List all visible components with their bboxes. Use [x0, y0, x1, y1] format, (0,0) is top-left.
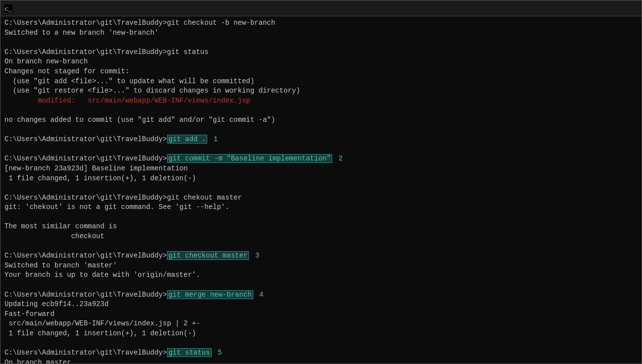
- maximize-button[interactable]: [592, 0, 615, 16]
- terminal-line: Your branch is up to date with 'origin/m…: [4, 270, 638, 280]
- terminal-line: 1 file changed, 1 insertion(+), 1 deleti…: [4, 174, 638, 184]
- app-icon: C_: [4, 4, 12, 12]
- prompt: C:\Users\Administrator\git\TravelBuddy>: [4, 48, 167, 56]
- terminal-line: C:\Users\Administrator\git\TravelBuddy>g…: [4, 290, 638, 300]
- terminal-line: On branch master: [4, 358, 638, 364]
- empty-line: [4, 339, 638, 349]
- terminal-line: C:\Users\Administrator\git\TravelBuddy>g…: [4, 18, 638, 28]
- command-text: git checkout -b new-branch: [167, 19, 275, 27]
- terminal-line: (use "git add <file>..." to update what …: [4, 77, 638, 87]
- terminal-line: C:\Users\Administrator\git\TravelBuddy>g…: [4, 135, 638, 145]
- empty-line: [4, 280, 638, 290]
- terminal-line: checkout: [4, 232, 638, 242]
- prompt: C:\Users\Administrator\git\TravelBuddy>: [4, 155, 167, 162]
- terminal-line: modified: src/main/webapp/WEB-INF/views/…: [4, 96, 638, 106]
- empty-line: [4, 183, 638, 193]
- minimize-button[interactable]: [569, 0, 592, 16]
- command-text: git status: [167, 48, 209, 56]
- title-bar: C_: [0, 0, 642, 16]
- highlighted-command: git checkout master: [167, 251, 249, 260]
- prompt: C:\Users\Administrator\git\TravelBuddy>: [4, 194, 167, 202]
- window-controls: [569, 0, 638, 16]
- highlighted-command: git merge new-branch: [167, 290, 253, 299]
- prompt: C:\Users\Administrator\git\TravelBuddy>: [4, 349, 167, 357]
- step-badge: 4: [255, 291, 264, 299]
- terminal-line: C:\Users\Administrator\git\TravelBuddy>g…: [4, 154, 638, 164]
- terminal-line: C:\Users\Administrator\git\TravelBuddy>g…: [4, 251, 638, 261]
- prompt: C:\Users\Administrator\git\TravelBuddy>: [4, 291, 167, 299]
- terminal-line: git: 'chekout' is not a git command. See…: [4, 203, 638, 212]
- step-badge: 5: [214, 349, 222, 357]
- prompt: C:\Users\Administrator\git\TravelBuddy>: [4, 19, 167, 27]
- close-button[interactable]: [615, 0, 638, 16]
- terminal-line: Changes not staged for commit:: [4, 67, 638, 77]
- prompt: C:\Users\Administrator\git\TravelBuddy>: [4, 135, 167, 143]
- terminal-line: C:\Users\Administrator\git\TravelBuddy>g…: [4, 193, 638, 203]
- terminal-line: The most similar command is: [4, 222, 638, 232]
- empty-line: [4, 212, 638, 222]
- terminal-line: Updating ecb9f14..23a923d: [4, 300, 638, 310]
- terminal-line: [new-branch 23a923d] Baseline implementa…: [4, 164, 638, 174]
- command-text: git chekout master: [167, 194, 242, 202]
- terminal-line: (use "git restore <file>..." to discard …: [4, 86, 638, 96]
- empty-line: [4, 145, 638, 155]
- terminal-line: 1 file changed, 1 insertion(+), 1 deleti…: [4, 329, 638, 339]
- empty-line: [4, 125, 638, 135]
- terminal-line: Switched to branch 'master': [4, 261, 638, 271]
- highlighted-command: git commit -m "Baseline implementation": [167, 154, 333, 163]
- terminal-line: On branch new-branch: [4, 57, 638, 67]
- terminal-line: Fast-forward: [4, 310, 638, 319]
- step-badge: 1: [209, 135, 218, 143]
- terminal-output[interactable]: C:\Users\Administrator\git\TravelBuddy>g…: [0, 16, 642, 364]
- terminal-line: C:\Users\Administrator\git\TravelBuddy>g…: [4, 48, 638, 57]
- terminal-line: Switched to a new branch 'new-branch': [4, 28, 638, 38]
- terminal-window: C_ C:\Users\Administrator\git\TravelBudd…: [0, 0, 642, 364]
- empty-line: [4, 242, 638, 252]
- highlighted-command: git status: [167, 348, 212, 357]
- prompt: C:\Users\Administrator\git\TravelBuddy>: [4, 252, 167, 260]
- empty-line: [4, 105, 638, 115]
- empty-line: [4, 38, 638, 48]
- step-badge: 3: [251, 252, 259, 260]
- step-badge: 2: [334, 155, 343, 162]
- svg-text:C_: C_: [5, 6, 11, 12]
- terminal-line: C:\Users\Administrator\git\TravelBuddy>g…: [4, 348, 638, 358]
- terminal-line: src/main/webapp/WEB-INF/views/index.jsp …: [4, 319, 638, 329]
- highlighted-command: git add .: [167, 135, 208, 144]
- terminal-line: no changes added to commit (use "git add…: [4, 115, 638, 125]
